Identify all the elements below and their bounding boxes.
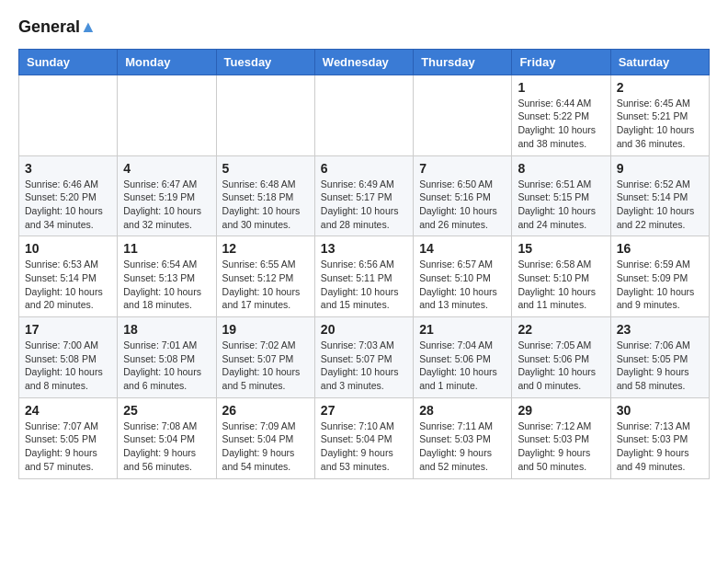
day-number: 10 <box>25 241 111 256</box>
calendar-cell: 17Sunrise: 7:00 AMSunset: 5:08 PMDayligh… <box>19 317 118 398</box>
day-number: 24 <box>25 403 111 418</box>
calendar-cell: 16Sunrise: 6:59 AMSunset: 5:09 PMDayligh… <box>610 236 709 317</box>
calendar-cell: 23Sunrise: 7:06 AMSunset: 5:05 PMDayligh… <box>610 317 709 398</box>
day-number: 20 <box>321 322 407 337</box>
day-number: 28 <box>419 403 506 418</box>
day-info: Sunrise: 7:03 AMSunset: 5:07 PMDaylight:… <box>321 339 407 393</box>
day-info: Sunrise: 6:48 AMSunset: 5:18 PMDaylight:… <box>222 178 309 232</box>
calendar-cell <box>216 75 314 155</box>
calendar-cell: 29Sunrise: 7:12 AMSunset: 5:03 PMDayligh… <box>512 397 610 478</box>
calendar-cell: 14Sunrise: 6:57 AMSunset: 5:10 PMDayligh… <box>414 236 512 317</box>
calendar-cell: 9Sunrise: 6:52 AMSunset: 5:14 PMDaylight… <box>610 155 709 236</box>
day-number: 22 <box>518 322 604 337</box>
calendar-cell: 20Sunrise: 7:03 AMSunset: 5:07 PMDayligh… <box>314 317 413 398</box>
day-info: Sunrise: 6:53 AMSunset: 5:14 PMDaylight:… <box>25 258 111 312</box>
calendar-cell: 4Sunrise: 6:47 AMSunset: 5:19 PMDaylight… <box>118 155 216 236</box>
day-info: Sunrise: 7:02 AMSunset: 5:07 PMDaylight:… <box>222 339 309 393</box>
day-number: 19 <box>222 322 309 337</box>
col-header-sunday: Sunday <box>19 49 118 75</box>
day-number: 16 <box>617 241 703 256</box>
calendar-cell: 26Sunrise: 7:09 AMSunset: 5:04 PMDayligh… <box>216 397 314 478</box>
day-number: 2 <box>617 80 703 95</box>
calendar-cell: 30Sunrise: 7:13 AMSunset: 5:03 PMDayligh… <box>610 397 709 478</box>
calendar-cell: 15Sunrise: 6:58 AMSunset: 5:10 PMDayligh… <box>512 236 610 317</box>
col-header-wednesday: Wednesday <box>314 49 413 75</box>
day-info: Sunrise: 6:56 AMSunset: 5:11 PMDaylight:… <box>321 258 407 312</box>
calendar-cell: 8Sunrise: 6:51 AMSunset: 5:15 PMDaylight… <box>512 155 610 236</box>
day-info: Sunrise: 7:11 AMSunset: 5:03 PMDaylight:… <box>419 419 506 474</box>
day-number: 17 <box>25 322 111 337</box>
day-info: Sunrise: 6:50 AMSunset: 5:16 PMDaylight:… <box>419 178 506 232</box>
calendar-cell: 12Sunrise: 6:55 AMSunset: 5:12 PMDayligh… <box>216 236 314 317</box>
day-number: 12 <box>222 241 309 256</box>
logo-text: General▲ <box>18 18 97 37</box>
calendar-cell: 27Sunrise: 7:10 AMSunset: 5:04 PMDayligh… <box>314 397 413 478</box>
calendar-cell: 22Sunrise: 7:05 AMSunset: 5:06 PMDayligh… <box>512 317 610 398</box>
day-info: Sunrise: 6:59 AMSunset: 5:09 PMDaylight:… <box>617 258 703 312</box>
day-info: Sunrise: 7:08 AMSunset: 5:04 PMDaylight:… <box>123 419 210 474</box>
calendar-cell: 24Sunrise: 7:07 AMSunset: 5:05 PMDayligh… <box>19 397 118 478</box>
col-header-saturday: Saturday <box>610 49 709 75</box>
day-info: Sunrise: 6:44 AMSunset: 5:22 PMDaylight:… <box>518 97 604 151</box>
day-number: 1 <box>518 80 604 95</box>
day-info: Sunrise: 7:12 AMSunset: 5:03 PMDaylight:… <box>518 419 604 474</box>
day-number: 30 <box>617 403 703 418</box>
day-number: 7 <box>419 161 506 176</box>
day-info: Sunrise: 6:47 AMSunset: 5:19 PMDaylight:… <box>123 178 210 232</box>
day-number: 29 <box>518 403 604 418</box>
calendar-cell: 5Sunrise: 6:48 AMSunset: 5:18 PMDaylight… <box>216 155 314 236</box>
day-info: Sunrise: 7:07 AMSunset: 5:05 PMDaylight:… <box>25 419 111 474</box>
calendar-cell: 10Sunrise: 6:53 AMSunset: 5:14 PMDayligh… <box>19 236 118 317</box>
calendar-cell <box>118 75 216 155</box>
day-info: Sunrise: 6:49 AMSunset: 5:17 PMDaylight:… <box>321 178 407 232</box>
day-number: 11 <box>123 241 210 256</box>
calendar-table: SundayMondayTuesdayWednesdayThursdayFrid… <box>18 49 710 479</box>
day-number: 21 <box>419 322 506 337</box>
calendar-cell: 3Sunrise: 6:46 AMSunset: 5:20 PMDaylight… <box>19 155 118 236</box>
day-info: Sunrise: 6:57 AMSunset: 5:10 PMDaylight:… <box>419 258 506 312</box>
calendar-cell: 28Sunrise: 7:11 AMSunset: 5:03 PMDayligh… <box>414 397 512 478</box>
calendar-cell: 13Sunrise: 6:56 AMSunset: 5:11 PMDayligh… <box>314 236 413 317</box>
day-info: Sunrise: 7:05 AMSunset: 5:06 PMDaylight:… <box>518 339 604 393</box>
calendar-cell: 19Sunrise: 7:02 AMSunset: 5:07 PMDayligh… <box>216 317 314 398</box>
col-header-friday: Friday <box>512 49 610 75</box>
day-number: 13 <box>321 241 407 256</box>
day-info: Sunrise: 6:45 AMSunset: 5:21 PMDaylight:… <box>617 97 703 151</box>
day-number: 8 <box>518 161 604 176</box>
day-number: 23 <box>617 322 703 337</box>
col-header-thursday: Thursday <box>414 49 512 75</box>
day-info: Sunrise: 6:52 AMSunset: 5:14 PMDaylight:… <box>617 178 703 232</box>
day-info: Sunrise: 6:46 AMSunset: 5:20 PMDaylight:… <box>25 178 111 232</box>
calendar-cell: 18Sunrise: 7:01 AMSunset: 5:08 PMDayligh… <box>118 317 216 398</box>
day-info: Sunrise: 7:10 AMSunset: 5:04 PMDaylight:… <box>321 419 407 474</box>
day-info: Sunrise: 6:51 AMSunset: 5:15 PMDaylight:… <box>518 178 604 232</box>
calendar-cell: 1Sunrise: 6:44 AMSunset: 5:22 PMDaylight… <box>512 75 610 155</box>
day-number: 26 <box>222 403 309 418</box>
calendar-cell <box>414 75 512 155</box>
day-number: 9 <box>617 161 703 176</box>
logo: General▲ <box>18 18 97 37</box>
col-header-monday: Monday <box>118 49 216 75</box>
day-number: 3 <box>25 161 111 176</box>
day-number: 6 <box>321 161 407 176</box>
day-info: Sunrise: 6:54 AMSunset: 5:13 PMDaylight:… <box>123 258 210 312</box>
day-number: 15 <box>518 241 604 256</box>
day-number: 18 <box>123 322 210 337</box>
calendar-cell: 6Sunrise: 6:49 AMSunset: 5:17 PMDaylight… <box>314 155 413 236</box>
day-info: Sunrise: 6:55 AMSunset: 5:12 PMDaylight:… <box>222 258 309 312</box>
day-info: Sunrise: 7:01 AMSunset: 5:08 PMDaylight:… <box>123 339 210 393</box>
calendar-cell: 7Sunrise: 6:50 AMSunset: 5:16 PMDaylight… <box>414 155 512 236</box>
day-info: Sunrise: 7:00 AMSunset: 5:08 PMDaylight:… <box>25 339 111 393</box>
day-info: Sunrise: 7:13 AMSunset: 5:03 PMDaylight:… <box>617 419 703 474</box>
day-number: 14 <box>419 241 506 256</box>
day-number: 5 <box>222 161 309 176</box>
day-number: 4 <box>123 161 210 176</box>
calendar-cell: 25Sunrise: 7:08 AMSunset: 5:04 PMDayligh… <box>118 397 216 478</box>
calendar-cell: 21Sunrise: 7:04 AMSunset: 5:06 PMDayligh… <box>414 317 512 398</box>
day-info: Sunrise: 7:04 AMSunset: 5:06 PMDaylight:… <box>419 339 506 393</box>
calendar-cell: 11Sunrise: 6:54 AMSunset: 5:13 PMDayligh… <box>118 236 216 317</box>
calendar-cell: 2Sunrise: 6:45 AMSunset: 5:21 PMDaylight… <box>610 75 709 155</box>
col-header-tuesday: Tuesday <box>216 49 314 75</box>
calendar-cell <box>314 75 413 155</box>
calendar-cell <box>19 75 118 155</box>
